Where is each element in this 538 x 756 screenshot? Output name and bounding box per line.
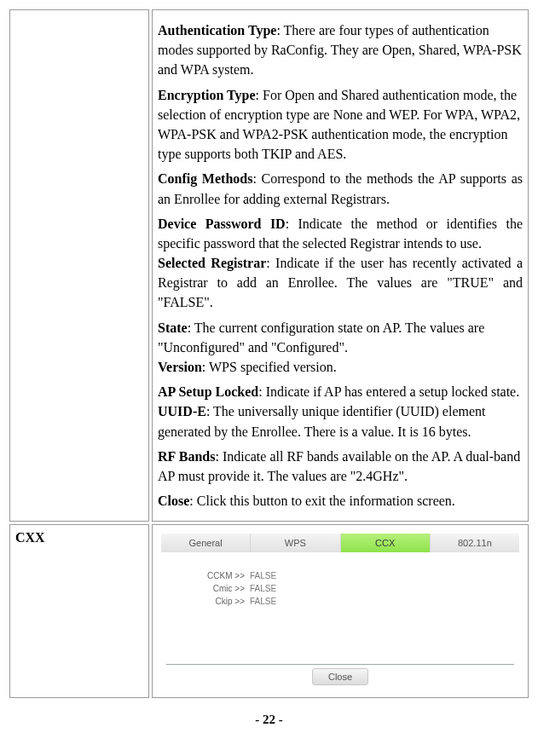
- definition-label: UUID-E: [158, 404, 206, 418]
- ccx-body: CCKM >>FALSECmic >>FALSECkip >>FALSE: [161, 552, 519, 661]
- ccx-panel: GeneralWPSCCX802.11n CCKM >>FALSECmic >>…: [158, 530, 523, 692]
- definition-text: : The universally unique identifier (UUI…: [158, 404, 486, 438]
- definition-text: : The current configuration state on AP.…: [158, 320, 484, 355]
- definition-text: : Click this button to exit the informat…: [189, 493, 455, 508]
- ccx-row: Cmic >>FALSE: [178, 584, 502, 593]
- definition-label: RF Bands: [158, 449, 215, 464]
- row2-right-cell: GeneralWPSCCX802.11n CCKM >>FALSECmic >>…: [152, 524, 529, 698]
- ccx-footer: Close: [161, 668, 519, 685]
- definition-text: : Indicate if AP has entered a setup loc…: [258, 384, 519, 399]
- definition-entry: Close: Click this button to exit the inf…: [158, 491, 523, 511]
- definition-label: Authentication Type: [158, 23, 276, 38]
- definition-label: Device Password ID: [158, 216, 286, 231]
- definition-entry: Encryption Type: For Open and Shared aut…: [158, 85, 523, 164]
- definition-label: State: [158, 320, 188, 335]
- ccx-key: Ckip >>: [178, 597, 250, 606]
- definition-entry: AP Setup Locked: Indicate if AP has ente…: [158, 382, 523, 441]
- definition-label: Selected Registrar: [158, 256, 266, 270]
- tab-802-11n[interactable]: 802.11n: [431, 534, 519, 552]
- tab-wps[interactable]: WPS: [251, 534, 340, 552]
- ccx-tabs: GeneralWPSCCX802.11n: [161, 534, 519, 552]
- definition-label: Version: [158, 360, 202, 374]
- ccx-value: FALSE: [250, 597, 276, 606]
- row1-left-cell: [9, 9, 149, 522]
- definition-entry: State: The current configuration state o…: [158, 318, 523, 378]
- doc-table: Authentication Type: There are four type…: [7, 7, 531, 701]
- ccx-value: FALSE: [250, 571, 276, 580]
- definition-label: AP Setup Locked: [158, 384, 258, 399]
- ccx-value: FALSE: [250, 584, 276, 593]
- ccx-key: CCKM >>: [178, 571, 250, 580]
- definition-label: Encryption Type: [158, 88, 256, 102]
- definition-entry: Config Methods: Correspond to the method…: [158, 169, 523, 208]
- page-number: - 22 -: [7, 713, 531, 727]
- definition-entry: Device Password ID: Indicate the method …: [158, 214, 523, 313]
- definition-label: Close: [158, 493, 189, 508]
- tab-general[interactable]: General: [161, 534, 251, 552]
- ccx-row: Ckip >>FALSE: [178, 597, 502, 606]
- close-button[interactable]: Close: [312, 668, 368, 685]
- ccx-row: CCKM >>FALSE: [178, 571, 502, 580]
- cxx-heading: CXX: [15, 530, 45, 545]
- definition-entry: Authentication Type: There are four type…: [158, 20, 523, 80]
- tab-ccx[interactable]: CCX: [341, 534, 431, 552]
- definition-text: : WPS specified version.: [202, 360, 337, 374]
- definition-label: Config Methods: [158, 171, 252, 186]
- definition-entry: RF Bands: Indicate all RF bands availabl…: [158, 447, 523, 486]
- row2-left-cell: CXX: [9, 524, 149, 698]
- ccx-divider: [166, 664, 514, 665]
- row1-right-cell: Authentication Type: There are four type…: [152, 9, 529, 522]
- ccx-key: Cmic >>: [178, 584, 250, 593]
